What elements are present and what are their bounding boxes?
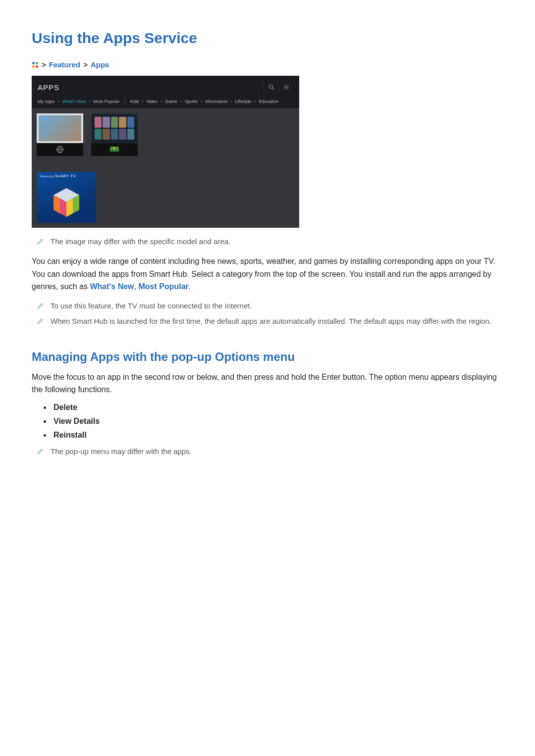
note: To use this feature, the TV must be conn…: [37, 300, 503, 312]
cat-education[interactable]: Education: [259, 99, 279, 104]
svg-line-12: [287, 88, 288, 89]
link-most-popular[interactable]: Most Popular: [138, 282, 188, 291]
app-tile[interactable]: [37, 113, 83, 156]
svg-point-6: [285, 86, 287, 88]
option-view-details: View Details: [52, 417, 503, 426]
pencil-icon: [37, 316, 44, 328]
section-heading: Managing Apps with the pop-up Options me…: [32, 350, 503, 364]
apps-panel-screenshot: APPS My Apps• What's New• Most Popular K…: [32, 76, 299, 228]
cat-kids[interactable]: Kids: [130, 99, 139, 104]
note: When Smart Hub is launched for the first…: [37, 315, 503, 328]
search-icon[interactable]: [264, 81, 278, 94]
tab-whats-new[interactable]: What's New: [62, 99, 86, 104]
link-whats-new[interactable]: What's New: [90, 282, 134, 291]
smart-tv-tile[interactable]: Samsung S●ART TV: [37, 172, 96, 223]
cat-information[interactable]: Information: [205, 99, 227, 104]
svg-line-5: [272, 88, 274, 90]
note-text: When Smart Hub is launched for the first…: [51, 315, 491, 327]
apps-panel-title: APPS: [38, 83, 59, 92]
app-tile[interactable]: ?: [91, 113, 138, 156]
svg-rect-1: [36, 62, 38, 64]
note: The image may differ with the specific m…: [37, 236, 503, 248]
svg-rect-0: [32, 62, 35, 64]
svg-rect-3: [36, 65, 38, 68]
settings-icon[interactable]: [278, 81, 293, 94]
cat-video[interactable]: Video: [146, 99, 158, 104]
chevron-icon: >: [42, 60, 46, 69]
svg-rect-2: [32, 65, 35, 68]
svg-line-11: [284, 85, 285, 86]
cat-lifestyle[interactable]: Lifestyle: [235, 99, 251, 104]
option-delete: Delete: [52, 403, 503, 412]
note-text: The image may differ with the specific m…: [51, 236, 230, 247]
svg-line-14: [287, 85, 288, 86]
note-text: To use this feature, the TV must be conn…: [51, 300, 252, 311]
page-title: Using the Apps Service: [32, 30, 503, 47]
breadcrumb-featured[interactable]: Featured: [49, 60, 80, 69]
apps-tabs: My Apps• What's New• Most Popular Kids• …: [32, 97, 299, 108]
smart-tv-label: Samsung S●ART TV: [40, 174, 93, 178]
cat-sports[interactable]: Sports: [185, 99, 198, 104]
chevron-icon: >: [83, 60, 88, 69]
note-text: The pop-up menu may differ with the apps…: [51, 446, 192, 457]
smarthub-cube-icon: [40, 178, 93, 223]
breadcrumb-apps[interactable]: Apps: [91, 60, 109, 69]
cat-game[interactable]: Game: [165, 99, 177, 104]
tab-my-apps[interactable]: My Apps: [38, 99, 55, 104]
body-paragraph: You can enjoy a wide range of content in…: [32, 255, 503, 293]
body-paragraph: Move the focus to an app in the second r…: [32, 371, 503, 396]
emanual-icon: ?: [91, 143, 138, 156]
tab-most-popular[interactable]: Most Popular: [94, 99, 120, 104]
options-list: Delete View Details Reinstall: [52, 403, 503, 440]
pencil-icon: [37, 301, 44, 312]
smarthub-icon: [32, 61, 39, 68]
svg-point-4: [269, 85, 272, 89]
pencil-icon: [37, 447, 44, 458]
web-browser-icon: [37, 143, 83, 156]
note: The pop-up menu may differ with the apps…: [37, 446, 503, 458]
svg-line-13: [284, 88, 285, 89]
pencil-icon: [37, 237, 44, 248]
breadcrumb: > Featured > Apps: [32, 60, 503, 69]
option-reinstall: Reinstall: [52, 431, 503, 440]
